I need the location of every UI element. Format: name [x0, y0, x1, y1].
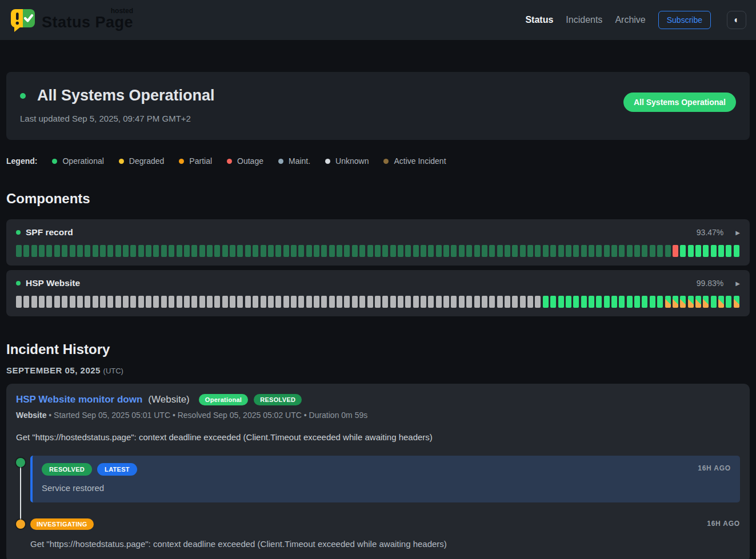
uptime-bar [314, 245, 319, 257]
uptime-bar [31, 296, 37, 308]
uptime-bar [634, 296, 640, 308]
uptime-bar [344, 296, 350, 308]
uptime-bar [375, 245, 381, 257]
legend-dot-icon [119, 159, 124, 164]
uptime-bar [107, 245, 113, 257]
update-text: Service restored [42, 483, 731, 493]
header: Status Page hosted StatusIncidentsArchiv… [0, 0, 756, 40]
legend-dot-icon [383, 159, 389, 164]
uptime-bar [359, 245, 365, 257]
logo-title: Status Page [42, 14, 133, 31]
uptime-bar [421, 245, 426, 257]
uptime-bar [581, 245, 587, 257]
uptime-bar [214, 296, 220, 308]
legend-dot-icon [325, 159, 330, 164]
legend-dot-icon [227, 159, 232, 164]
expand-arrow-icon[interactable]: ▶ [735, 230, 740, 236]
legend-item-operational: Operational [52, 156, 103, 166]
uptime-bar [543, 245, 549, 257]
uptime-bar [673, 296, 678, 308]
uptime-bar [291, 245, 297, 257]
uptime-bar [505, 296, 510, 308]
update-body: INVESTIGATING 16H AGO Get "https://hoste… [30, 518, 740, 549]
update-text: Get "https://hostedstatus.page": context… [30, 539, 740, 549]
uptime-bar [314, 296, 319, 308]
uptime-bar [77, 296, 83, 308]
legend: Legend: OperationalDegradedPartialOutage… [6, 156, 750, 166]
legend-item-unknown: Unknown [325, 156, 369, 166]
component-name: SPF record [26, 227, 73, 238]
theme-toggle-icon: ◐ [734, 15, 739, 25]
uptime-bar [62, 296, 67, 308]
uptime-bar [413, 245, 419, 257]
uptime-bar [77, 245, 83, 257]
uptime-bar [520, 296, 526, 308]
uptime-bar [146, 296, 151, 308]
logo: Status Page hosted [10, 8, 133, 32]
component-uptime-percent: 93.47% [697, 228, 723, 237]
uptime-bar [604, 245, 610, 257]
uptime-bar [153, 296, 159, 308]
uptime-bar [352, 296, 358, 308]
component-uptime-percent: 99.83% [697, 279, 723, 288]
uptime-bar [306, 296, 312, 308]
logo-superscript: hosted [111, 7, 133, 15]
uptime-bar [161, 296, 167, 308]
subscribe-button[interactable]: Subscribe [658, 11, 711, 29]
uptime-bar [734, 245, 739, 257]
theme-toggle-button[interactable]: ◐ [727, 11, 746, 29]
uptime-bar [46, 245, 52, 257]
uptime-bar [93, 296, 98, 308]
uptime-bar [261, 296, 266, 308]
timeline-resolved-dot-icon [16, 458, 25, 467]
uptime-bar [207, 296, 213, 308]
components-list: SPF record93.47%▶HSP Website99.83%▶ [6, 219, 750, 316]
uptime-bar [298, 245, 304, 257]
legend-dot-icon [179, 159, 184, 164]
uptime-bar [695, 245, 701, 257]
timeline-update-latest: RESOLVED LATEST 16H AGO Service restored [30, 456, 740, 502]
incident-card: HSP Website monitor down (Website) Opera… [6, 384, 750, 559]
uptime-bar [619, 296, 625, 308]
page-content: All Systems Operational Last updated Sep… [0, 72, 756, 559]
uptime-bar [344, 245, 350, 257]
uptime-bar [581, 296, 587, 308]
overall-status-title: All Systems Operational [37, 87, 215, 104]
component-header[interactable]: HSP Website99.83%▶ [16, 278, 740, 288]
uptime-bar [62, 245, 67, 257]
uptime-bar [70, 296, 75, 308]
uptime-bar [130, 296, 136, 308]
uptime-bar [596, 245, 602, 257]
component-header[interactable]: SPF record93.47%▶ [16, 227, 740, 238]
incident-component-label: (Website) [148, 394, 189, 405]
nav-link-status[interactable]: Status [525, 15, 553, 25]
uptime-bar [46, 296, 52, 308]
incident-title-link[interactable]: HSP Website monitor down [16, 394, 142, 405]
status-banner: All Systems Operational Last updated Sep… [6, 72, 750, 140]
expand-arrow-icon[interactable]: ▶ [735, 280, 740, 287]
uptime-bar [550, 296, 556, 308]
uptime-bar [543, 296, 549, 308]
uptime-bar [39, 245, 45, 257]
uptime-bar [283, 296, 289, 308]
uptime-bar [405, 296, 411, 308]
nav-link-incidents[interactable]: Incidents [566, 15, 602, 25]
uptime-bar [398, 296, 403, 308]
uptime-bar [505, 245, 510, 257]
uptime-bar [230, 245, 235, 257]
uptime-bar [703, 296, 709, 308]
uptime-bar [191, 296, 197, 308]
uptime-bar [100, 245, 106, 257]
uptime-bar [459, 245, 465, 257]
uptime-bar [405, 245, 411, 257]
legend-label: Legend: [6, 156, 37, 166]
nav-link-archive[interactable]: Archive [615, 15, 645, 25]
uptime-bar [474, 296, 480, 308]
uptime-bar [718, 245, 724, 257]
uptime-bar [482, 296, 487, 308]
uptime-bar [253, 245, 258, 257]
uptime-bar [237, 296, 243, 308]
main-nav: StatusIncidentsArchive Subscribe ◐ [525, 11, 746, 29]
uptime-bar [31, 245, 37, 257]
uptime-bar [451, 245, 457, 257]
